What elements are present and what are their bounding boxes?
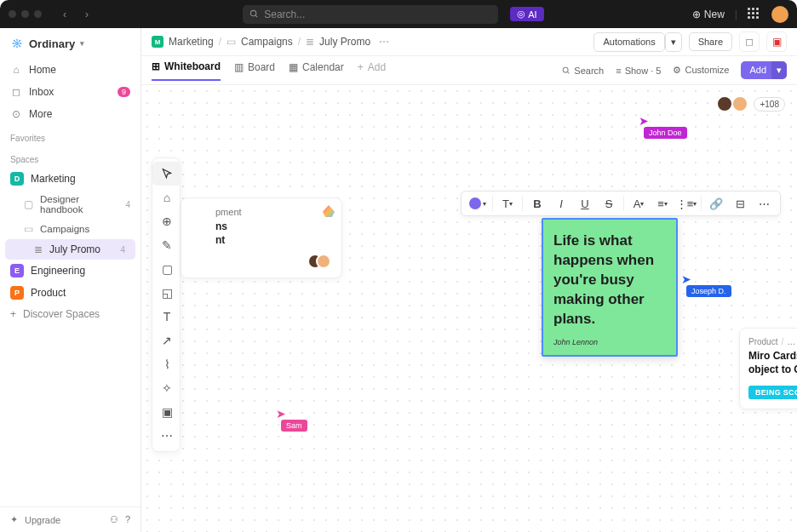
- list-july-promo[interactable]: ≣ July Promo 4: [5, 239, 135, 260]
- task-card-partial[interactable]: pment nsnt: [181, 197, 342, 278]
- notifications-icon[interactable]: ◻: [739, 31, 760, 52]
- user-avatar[interactable]: [771, 6, 788, 23]
- upgrade-link[interactable]: Upgrade: [25, 515, 60, 525]
- link-button[interactable]: 🔗: [705, 193, 727, 214]
- sticky-author: John Lennon: [553, 338, 666, 346]
- plus-icon: +: [358, 61, 364, 73]
- svg-line-12: [568, 72, 570, 73]
- text-style[interactable]: T▾: [496, 193, 519, 214]
- status-badge[interactable]: BEING SCOPED: [748, 386, 797, 399]
- fill-color[interactable]: ▾: [467, 193, 489, 214]
- automations-button[interactable]: Automations: [593, 32, 664, 52]
- plus-icon: ⊕: [692, 9, 701, 20]
- svg-line-7: [14, 40, 15, 42]
- workspace-switcher[interactable]: Ordinary ▾: [0, 28, 140, 59]
- global-search[interactable]: Search...: [243, 5, 498, 24]
- sticky-tool[interactable]: ◱: [152, 281, 181, 305]
- home-tool[interactable]: ⌂: [152, 186, 181, 209]
- add-dropdown[interactable]: ▾: [771, 61, 787, 79]
- discover-spaces[interactable]: + Discover Spaces: [0, 304, 140, 324]
- label: Designer handbook: [40, 194, 118, 215]
- sidebar-more[interactable]: ⊙More: [0, 103, 140, 125]
- share-button[interactable]: Share: [689, 32, 732, 51]
- text-tool[interactable]: T: [152, 305, 181, 329]
- add-button[interactable]: Add: [741, 61, 775, 79]
- doc-icon: ▢: [24, 198, 33, 210]
- label: Product: [31, 287, 66, 299]
- svg-line-9: [19, 40, 20, 42]
- whiteboard-canvas[interactable]: +108 ⌂ ⊕ ✎ ▢ ◱ T ↗ ⌇ ✧ ▣ ⋯ pment n: [141, 85, 797, 532]
- select-tool[interactable]: [152, 162, 181, 186]
- add-view[interactable]: +Add: [358, 61, 386, 80]
- window-controls[interactable]: [9, 10, 42, 18]
- space-marketing[interactable]: D Marketing: [0, 168, 140, 190]
- sticky-note[interactable]: Life is what happens when you're busy ma…: [542, 218, 678, 357]
- upgrade-icon: ✦: [10, 514, 18, 525]
- avatar[interactable]: [731, 95, 748, 112]
- sidebar-home[interactable]: ⌂Home: [0, 59, 140, 81]
- search-icon: [249, 9, 259, 19]
- ai-icon: ◎: [517, 9, 525, 20]
- crumb-campaigns[interactable]: Campaigns: [241, 36, 293, 48]
- list-button[interactable]: ⋮≡▾: [675, 193, 697, 214]
- remote-cursor-john: ➤ John Doe: [639, 114, 687, 139]
- apps-icon[interactable]: [748, 8, 761, 21]
- crumb-marketing[interactable]: Marketing: [169, 36, 214, 48]
- help-icon[interactable]: ?: [125, 514, 130, 525]
- search-views[interactable]: Search: [562, 66, 604, 76]
- content: M Marketing / ▭ Campaigns / ≣ July Promo…: [141, 28, 797, 532]
- sticky-text[interactable]: Life is what happens when you're busy ma…: [553, 232, 666, 329]
- strike-button[interactable]: S: [598, 193, 620, 214]
- card-breadcrumb: pment: [215, 207, 331, 217]
- flow-tool[interactable]: ⌇: [152, 352, 181, 376]
- pen-tool[interactable]: ✎: [152, 233, 181, 257]
- ai-tool[interactable]: ✧: [152, 376, 181, 400]
- folder-designer-handbook[interactable]: ▢ Designer handbook 4: [0, 190, 140, 219]
- connector-tool[interactable]: ↗: [152, 329, 181, 352]
- avatar[interactable]: [716, 95, 733, 112]
- automations-dropdown[interactable]: ▾: [665, 32, 682, 52]
- whiteboard-icon: ⊞: [152, 60, 160, 72]
- favorites-header: Favorites: [0, 125, 140, 146]
- task-card-miro[interactable]: Product/…/Member Development Miro Cards …: [739, 328, 797, 409]
- whiteboard-toolbar: ⌂ ⊕ ✎ ▢ ◱ T ↗ ⌇ ✧ ▣ ⋯: [152, 157, 181, 452]
- more-icon[interactable]: ⋯: [379, 36, 389, 48]
- collaborators[interactable]: +108: [723, 95, 785, 112]
- breadcrumb-bar: M Marketing / ▭ Campaigns / ≣ July Promo…: [141, 28, 797, 56]
- more-format[interactable]: ⋯: [753, 193, 775, 214]
- bold-button[interactable]: B: [526, 193, 548, 214]
- collab-overflow[interactable]: +108: [754, 97, 785, 112]
- count: 4: [125, 200, 130, 209]
- person-icon[interactable]: ⚇: [110, 514, 118, 525]
- web-tool[interactable]: ⊕: [152, 209, 181, 233]
- nav-forward[interactable]: ›: [79, 7, 95, 22]
- tab-calendar[interactable]: ▦Calendar: [289, 61, 344, 80]
- space-product[interactable]: P Product: [0, 282, 140, 304]
- space-engineering[interactable]: E Engineering: [0, 260, 140, 282]
- more-tools[interactable]: ⋯: [152, 424, 181, 448]
- card-title: Miro Cards | Convert Miro object to Clic…: [748, 350, 797, 376]
- align-button[interactable]: ≡▾: [651, 193, 674, 214]
- svg-point-0: [251, 10, 256, 15]
- image-tool[interactable]: ▣: [152, 400, 181, 424]
- tab-board[interactable]: ▥Board: [234, 61, 275, 80]
- ai-button[interactable]: ◎ AI: [510, 7, 543, 21]
- show-filter[interactable]: ≡Show · 5: [616, 66, 661, 76]
- customize-button[interactable]: ⚙Customize: [673, 65, 729, 76]
- archive-icon[interactable]: ▣: [766, 31, 787, 52]
- underline-button[interactable]: U: [574, 193, 596, 214]
- card-breadcrumb: Product/…/Member Development: [748, 337, 797, 346]
- crumb-july-promo[interactable]: July Promo: [319, 36, 370, 48]
- label: Discover Spaces: [23, 308, 100, 320]
- home-icon: ⌂: [10, 64, 22, 76]
- chevron-down-icon: ▾: [80, 39, 84, 48]
- text-color[interactable]: A▾: [628, 193, 650, 214]
- nav-back[interactable]: ‹: [57, 7, 72, 22]
- italic-button[interactable]: I: [550, 193, 572, 214]
- new-button[interactable]: ⊕ New: [692, 9, 725, 20]
- tab-whiteboard[interactable]: ⊞Whiteboard: [152, 60, 221, 81]
- shape-tool[interactable]: ▢: [152, 257, 181, 281]
- folder-campaigns[interactable]: ▭ Campaigns: [0, 219, 140, 239]
- sidebar-inbox[interactable]: ◻Inbox9: [0, 81, 140, 103]
- detach-button[interactable]: ⊟: [729, 193, 751, 214]
